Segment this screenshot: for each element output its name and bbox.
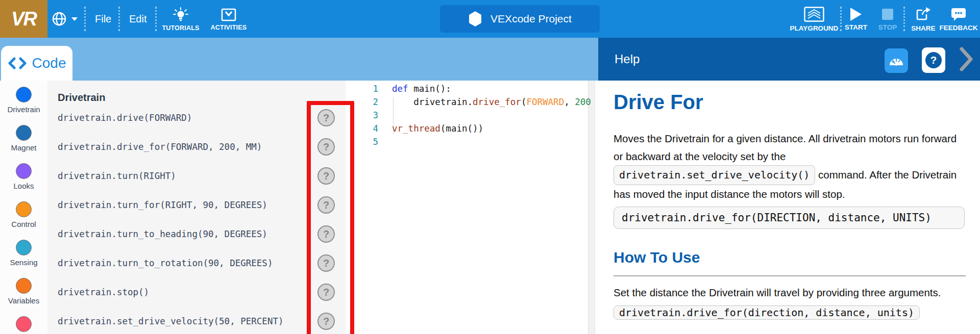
command-item[interactable]: drivetrain.drive(FORWARD) xyxy=(58,104,192,133)
playground-label: PLAYGROUND xyxy=(790,24,839,32)
file-menu[interactable]: File xyxy=(95,0,111,38)
command-item[interactable]: drivetrain.turn_for(RIGHT, 90, DEGREES) xyxy=(58,191,267,220)
category-dot xyxy=(16,87,32,102)
tutorials-label: TUTORIALS xyxy=(162,24,199,32)
command-item[interactable]: drivetrain.turn_to_rotation(90, DEGREES) xyxy=(58,249,273,278)
share-button[interactable]: SHARE xyxy=(908,3,939,36)
category-label: Drivetrain xyxy=(7,105,40,114)
code-editor[interactable]: 1def main():2 drivetrain.drive_for(FORWA… xyxy=(346,81,598,334)
line-number: 3 xyxy=(366,109,378,122)
help-panel-body[interactable]: Drive For Moves the Drivetrain for a giv… xyxy=(598,81,980,334)
command-item[interactable]: drivetrain.stop() xyxy=(58,278,149,307)
sidebar-item-variables[interactable]: Variables xyxy=(0,278,47,305)
sidebar-item-sensing[interactable]: Sensing xyxy=(0,240,47,267)
command-help-button[interactable]: ? xyxy=(317,109,335,126)
code-line: vr_thread(main()) xyxy=(392,122,483,135)
command-help-button[interactable]: ? xyxy=(317,138,335,156)
vr-logo: VR xyxy=(0,0,47,38)
feedback-button[interactable]: FEEDBACK xyxy=(940,3,977,36)
activities-button[interactable]: ACTIVITIES xyxy=(204,3,253,36)
top-app-bar: VR File Edit xyxy=(0,0,980,38)
command-help-button[interactable]: ? xyxy=(317,254,335,272)
sidebar-item-looks[interactable]: Looks xyxy=(0,163,47,190)
activities-icon xyxy=(221,8,236,22)
help-usage-text: Set the distance the Drivetrain will tra… xyxy=(614,287,966,299)
command-help-button[interactable]: ? xyxy=(317,284,335,301)
question-mark-icon: ? xyxy=(925,52,942,68)
globe-icon xyxy=(51,11,67,27)
chevron-down-icon xyxy=(71,16,78,21)
category-label: Sensing xyxy=(10,258,37,267)
command-help-button[interactable]: ? xyxy=(317,313,335,330)
divider xyxy=(840,7,842,31)
category-dot xyxy=(16,125,32,141)
share-label: SHARE xyxy=(911,24,935,32)
line-number: 5 xyxy=(366,135,378,148)
start-button[interactable]: START xyxy=(842,3,870,36)
sidebar-item-control[interactable]: Control xyxy=(0,201,47,228)
help-code-block: drivetrain.drive_for(DIRECTION, distance… xyxy=(614,207,965,229)
help-panel-title: Help xyxy=(615,52,640,66)
section-divider xyxy=(614,275,966,276)
help-panel-header: Help ? xyxy=(598,38,980,81)
language-menu[interactable] xyxy=(51,0,78,38)
help-toggle-button[interactable]: ? xyxy=(922,47,945,73)
activities-label: ACTIVITIES xyxy=(211,24,247,31)
category-dot xyxy=(16,201,32,217)
category-label: Magnet xyxy=(11,143,36,152)
help-heading: Drive For xyxy=(614,91,703,114)
start-icon xyxy=(850,8,862,21)
category-sidebar: DrivetrainMagnetLooksControlSensingVaria… xyxy=(0,81,47,334)
command-help-button[interactable]: ? xyxy=(317,167,335,185)
divider xyxy=(118,7,120,31)
project-name-button[interactable]: VEXcode Project xyxy=(440,5,600,33)
sidebar-item-drivetrain[interactable]: Drivetrain xyxy=(0,87,47,114)
sidebar-item-extra[interactable] xyxy=(0,316,47,334)
help-paragraph: Moves the Drivetrain for a given distanc… xyxy=(614,130,966,203)
stop-icon xyxy=(882,9,893,20)
code-brackets-icon xyxy=(8,57,27,69)
category-dot xyxy=(16,163,32,179)
help-usage-code: drivetrain.drive_for(direction, distance… xyxy=(614,305,920,320)
category-dot xyxy=(16,240,32,255)
playground-button[interactable]: PLAYGROUND xyxy=(789,3,840,36)
command-item[interactable]: drivetrain.set_drive_velocity(50, PERCEN… xyxy=(58,307,284,334)
vexcode-vr-app: VR File Edit xyxy=(0,0,980,334)
command-list-panel: Drivetrain drivetrain.drive(FORWARD)?dri… xyxy=(47,81,346,334)
code-line: drivetrain.drive_for(FORWARD, 200 xyxy=(392,95,591,109)
category-dot xyxy=(16,278,32,294)
command-help-button[interactable]: ? xyxy=(317,225,335,243)
line-number: 4 xyxy=(366,122,378,135)
project-name-label: VEXcode Project xyxy=(491,13,572,25)
divider xyxy=(903,7,905,31)
lightbulb-icon xyxy=(172,7,189,22)
feedback-icon xyxy=(950,7,967,21)
dashboard-button[interactable] xyxy=(885,48,908,73)
start-label: START xyxy=(845,23,867,31)
line-number: 2 xyxy=(366,95,378,109)
share-icon xyxy=(916,7,931,22)
category-label: Looks xyxy=(13,182,34,190)
editor-scrollbar[interactable] xyxy=(588,81,595,334)
tab-code-label: Code xyxy=(32,55,66,71)
divider xyxy=(84,7,86,31)
stop-button[interactable]: STOP xyxy=(874,3,901,36)
sidebar-item-magnet[interactable]: Magnet xyxy=(0,125,47,152)
command-item[interactable]: drivetrain.turn(RIGHT) xyxy=(58,162,176,191)
help-section-heading: How To Use xyxy=(614,249,700,266)
stop-label: STOP xyxy=(878,23,897,31)
collapse-panel-chevron[interactable] xyxy=(959,45,974,73)
line-number: 1 xyxy=(366,82,378,95)
gauge-icon xyxy=(888,55,904,67)
command-group-header: Drivetrain xyxy=(58,92,105,104)
command-item[interactable]: drivetrain.drive_for(FORWARD, 200, MM) xyxy=(58,133,262,162)
category-label: Control xyxy=(11,220,36,228)
tab-code[interactable]: Code xyxy=(1,46,72,81)
tutorials-button[interactable]: TUTORIALS xyxy=(156,3,205,36)
command-item[interactable]: drivetrain.turn_to_heading(90, DEGREES) xyxy=(58,220,267,249)
category-dot xyxy=(16,316,32,332)
command-help-button[interactable]: ? xyxy=(317,196,335,214)
feedback-label: FEEDBACK xyxy=(940,24,978,32)
category-label: Variables xyxy=(8,296,39,305)
edit-menu[interactable]: Edit xyxy=(129,0,146,38)
